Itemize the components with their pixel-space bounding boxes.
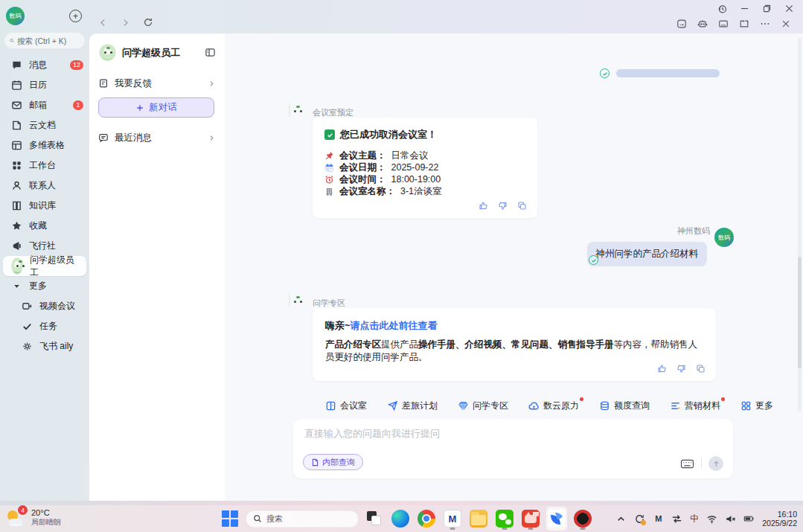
red-cat-app-icon[interactable]	[520, 507, 541, 531]
user-message-bubble[interactable]: 神州问学的产品介绍材料	[587, 242, 708, 266]
quick-action-travel-plan[interactable]: 差旅计划	[387, 400, 438, 412]
service-desk-icon[interactable]	[676, 19, 687, 29]
sidebar-item-workbench[interactable]: 工作台	[0, 156, 89, 176]
user-avatar[interactable]: 数码	[714, 228, 734, 247]
taskbar-search[interactable]	[246, 510, 359, 528]
sidebar-item-contacts[interactable]: 联系人	[0, 176, 89, 196]
sidebar-item-docs[interactable]: 云文档	[0, 115, 89, 135]
sidebar-item-calendar[interactable]: 日历	[0, 75, 89, 95]
sender-name: 会议室预定	[313, 107, 353, 118]
weather-desc: 局部晴朗	[31, 518, 61, 527]
quick-action-wenxue-zone[interactable]: 问学专区	[458, 400, 508, 412]
sidebar-item-base[interactable]: 多维表格	[0, 135, 89, 156]
internal-query-pill[interactable]: 内部查询	[303, 454, 363, 470]
close-tab-icon[interactable]	[781, 19, 791, 29]
edge-app-icon[interactable]	[390, 507, 411, 531]
feishu-app-icon[interactable]	[546, 507, 567, 531]
add-button[interactable]: +	[69, 10, 82, 22]
message-composer[interactable]: 内部查询	[293, 419, 733, 478]
back-button[interactable]	[98, 18, 108, 28]
bot-avatar[interactable]	[289, 293, 290, 307]
global-search[interactable]	[4, 33, 85, 48]
windows-taskbar: 4 20°C 局部晴朗 M	[0, 505, 803, 532]
wifi-icon[interactable]	[706, 513, 717, 525]
feishu-app-window: 数码 + 消息 12 日历 邮箱 1	[0, 0, 803, 501]
sidebar-item-messages[interactable]: 消息 12	[0, 55, 89, 75]
new-chat-button[interactable]: 新对话	[98, 97, 214, 118]
cloud-doc-icon	[11, 120, 22, 131]
sidebar-item-wenxue-assistant[interactable]: 问学超级员工	[3, 256, 86, 276]
thumbs-up-icon[interactable]	[657, 364, 667, 374]
arrows-tray-icon[interactable]	[671, 513, 682, 525]
battery-icon[interactable]	[743, 513, 755, 525]
weather-icon: 4	[7, 507, 26, 527]
thumbs-up-icon[interactable]	[479, 201, 488, 211]
sidebar-item-video-meeting[interactable]: 视频会议	[0, 296, 89, 316]
history-nav	[98, 17, 153, 28]
megaphone-icon	[11, 240, 22, 251]
sidebar-item-mail[interactable]: 邮箱 1	[0, 95, 89, 115]
file-explorer-icon[interactable]	[468, 507, 489, 531]
pushpin-icon	[324, 151, 334, 161]
close-window-button[interactable]	[784, 4, 794, 13]
sidebar-item-wiki[interactable]: 知识库	[0, 196, 89, 216]
maximize-button[interactable]	[762, 4, 772, 13]
quick-action-meeting-room[interactable]: 会议室	[325, 400, 367, 412]
sidebar-item-more[interactable]: 更多	[0, 276, 89, 296]
card-actions	[479, 201, 527, 211]
view-link[interactable]: 请点击此处前往查看	[351, 320, 438, 331]
quick-action-quota-query[interactable]: 额度查询	[599, 400, 650, 412]
avatar[interactable]: 数码	[6, 7, 25, 25]
message-placeholder-bar	[616, 69, 720, 77]
recent-messages-item[interactable]: 最近消息	[98, 129, 216, 147]
quick-action-label: 会议室	[340, 400, 367, 412]
quick-action-label: 营销材料	[685, 400, 720, 412]
sidebar-item-favorites[interactable]: 收藏	[0, 216, 89, 236]
more-icon[interactable]	[760, 19, 770, 29]
copy-icon[interactable]	[517, 201, 527, 211]
bot-avatar[interactable]	[289, 103, 290, 117]
collapse-panel-icon[interactable]	[205, 47, 216, 58]
taskbar-search-input[interactable]	[266, 514, 341, 523]
taskbar-clock[interactable]: 16:10 2025/9/22	[762, 510, 797, 528]
quick-action-shuyun[interactable]: 数云原力	[528, 400, 579, 412]
sidebar-item-aily[interactable]: 飞书 aily	[0, 336, 89, 356]
m-app-icon[interactable]: M	[442, 507, 463, 531]
search-input[interactable]	[17, 36, 80, 45]
refresh-button[interactable]	[143, 17, 153, 28]
minimize-button[interactable]	[740, 4, 749, 13]
scrollbar-thumb[interactable]	[798, 257, 802, 368]
internal-query-label: 内部查询	[322, 457, 355, 468]
dark-circle-app-icon[interactable]	[572, 507, 593, 531]
field-value: 2025-09-22	[391, 161, 439, 173]
task-view-button[interactable]	[364, 507, 385, 531]
quick-action-more[interactable]: 更多	[740, 400, 773, 412]
ime-indicator[interactable]: 中	[690, 513, 699, 525]
bot-icon[interactable]	[697, 19, 708, 29]
feedback-item[interactable]: 我要反馈	[98, 74, 216, 92]
sidebar-item-tasks[interactable]: 任务	[0, 316, 89, 336]
volume-muted-icon[interactable]	[725, 513, 736, 525]
banner-icon[interactable]	[718, 19, 729, 29]
forward-button[interactable]	[121, 18, 130, 28]
wechat-app-icon[interactable]	[494, 507, 515, 531]
keyboard-icon[interactable]	[680, 458, 694, 469]
coins-icon	[599, 400, 610, 411]
thumbs-down-icon[interactable]	[498, 201, 508, 211]
sync-tray-icon[interactable]	[634, 513, 645, 525]
message-input[interactable]	[304, 428, 632, 439]
popout-icon[interactable]	[739, 19, 749, 29]
greeting-line: 嗨亲~请点击此处前往查看	[325, 319, 703, 333]
taskbar-weather-widget[interactable]: 4 20°C 局部晴朗	[7, 507, 61, 527]
send-button[interactable]	[708, 456, 723, 471]
quick-action-marketing-material[interactable]: 营销材料	[670, 400, 720, 412]
video-camera-icon	[22, 301, 33, 312]
m-tray-icon[interactable]: M	[653, 513, 664, 525]
copy-icon[interactable]	[696, 364, 706, 374]
start-button[interactable]	[220, 507, 240, 531]
meeting-field-row: 会议室名称： 3-1洽谈室	[324, 185, 525, 197]
chrome-app-icon[interactable]	[416, 507, 437, 531]
hidden-icons-chevron[interactable]	[615, 513, 627, 525]
history-icon[interactable]	[717, 4, 727, 13]
thumbs-down-icon[interactable]	[676, 364, 686, 374]
